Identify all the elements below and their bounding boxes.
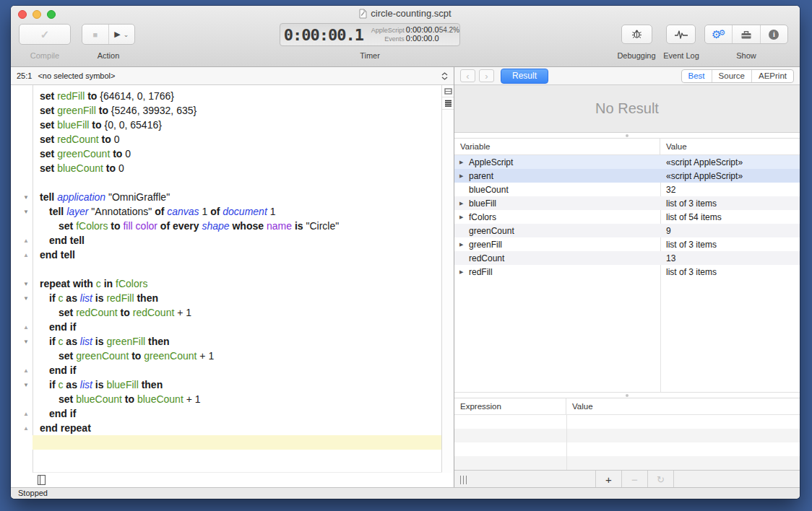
remove-expression-button[interactable]: −	[621, 471, 647, 489]
code-line[interactable]: ▼tell application "OmniGraffle"	[11, 190, 442, 204]
fold-open-icon[interactable]: ▼	[11, 295, 33, 302]
variable-value: list of 54 items	[660, 212, 800, 222]
cursor-location: 25:1	[17, 71, 32, 80]
variable-row[interactable]: ▶greenFilllist of 3 items	[454, 237, 800, 251]
symbol-popup[interactable]: <no selected symbol>	[38, 71, 115, 80]
code-text: if c as list is redFill then	[33, 291, 442, 305]
result-panel: No Result	[454, 85, 800, 133]
code-text: tell application "OmniGraffle"	[33, 190, 442, 204]
show-inspector-button[interactable]: i	[760, 25, 787, 43]
fold-close-icon[interactable]: ▲	[11, 367, 33, 374]
code-line[interactable]: ▼if c as list is greenFill then	[11, 334, 442, 349]
code-line[interactable]: set greenCount to 0	[11, 147, 442, 161]
event-log-button[interactable]	[666, 25, 696, 44]
fold-open-icon[interactable]: ▼	[11, 339, 33, 345]
code-line[interactable]: set redFill to {64614, 0, 1766}	[11, 89, 442, 103]
line-wrap-button[interactable]	[442, 97, 454, 110]
editor-scrollbar[interactable]	[441, 85, 454, 473]
disclosure-icon[interactable]: ▶	[459, 173, 469, 179]
expressions-column-expression[interactable]: Expression	[454, 398, 566, 414]
mode-source[interactable]: Source	[712, 70, 751, 82]
editor-horizontal-scrollbar[interactable]	[33, 472, 442, 487]
code-line[interactable]: ▲end tell	[11, 248, 442, 262]
variable-row[interactable]: ▶AppleScript«script AppleScript»	[454, 155, 800, 169]
variable-row[interactable]: ▶blueFilllist of 3 items	[454, 196, 800, 210]
refresh-expressions-button[interactable]: ↻	[647, 471, 674, 489]
history-back-button[interactable]: ‹	[460, 69, 475, 82]
variables-column-variable[interactable]: Variable	[454, 139, 660, 154]
mode-best[interactable]: Best	[682, 70, 712, 82]
code-text: set redCount to 0	[33, 132, 442, 147]
mode-aeprint[interactable]: AEPrint	[751, 70, 793, 82]
compile-button[interactable]: ✓	[19, 24, 71, 45]
code-line[interactable]: ▲end if	[11, 320, 442, 334]
fold-open-icon[interactable]: ▼	[11, 281, 33, 287]
variables-column-value[interactable]: Value	[660, 139, 800, 154]
expression-row-empty[interactable]	[454, 442, 800, 456]
expressions-column-value[interactable]: Value	[566, 398, 800, 414]
code-line[interactable]: set blueFill to {0, 0, 65416}	[11, 118, 442, 132]
variable-row[interactable]: blueCount32	[454, 183, 800, 196]
fold-open-icon[interactable]: ▼	[11, 209, 33, 215]
split-editor-button[interactable]	[442, 85, 454, 97]
code-line-current[interactable]	[11, 435, 442, 450]
code-line[interactable]: ▲end if	[11, 406, 442, 421]
code-editor[interactable]: set redFill to {64614, 0, 1766}set green…	[11, 85, 454, 487]
code-line[interactable]: set greenCount to greenCount + 1	[11, 349, 442, 363]
add-expression-button[interactable]: +	[595, 471, 621, 489]
expression-row-empty[interactable]	[454, 415, 800, 429]
variable-row[interactable]: greenCount9	[454, 224, 800, 237]
split-handle-icon[interactable]	[38, 475, 46, 485]
code-line[interactable]: ▼tell layer "Annotations" of canvas 1 of…	[11, 204, 442, 219]
fold-open-icon[interactable]: ▼	[11, 382, 33, 388]
history-forward-button[interactable]: ›	[479, 69, 494, 82]
disclosure-icon[interactable]: ▶	[459, 214, 469, 220]
disclosure-icon[interactable]: ▶	[459, 201, 469, 206]
code-line[interactable]: ▲end repeat	[11, 421, 442, 435]
variable-row[interactable]: ▶parent«script AppleScript»	[454, 169, 800, 183]
fold-open-icon[interactable]: ▼	[11, 194, 33, 201]
code-line[interactable]: ▲end tell	[11, 233, 442, 248]
disclosure-icon[interactable]: ▶	[459, 160, 469, 165]
disclosure-icon[interactable]: ▶	[459, 269, 469, 275]
variables-expressions-splitter[interactable]	[454, 392, 800, 398]
symbol-stepper[interactable]	[441, 72, 448, 80]
code-text: set greenCount to greenCount + 1	[33, 349, 442, 363]
expressions-column-divider[interactable]	[566, 415, 567, 470]
expression-row-empty[interactable]	[454, 456, 800, 470]
result-tab[interactable]: Result	[501, 69, 548, 84]
code-line[interactable]: set redCount to redCount + 1	[11, 305, 442, 320]
code-line[interactable]	[11, 175, 442, 190]
result-variables-splitter[interactable]	[454, 133, 800, 139]
fold-close-icon[interactable]: ▲	[11, 252, 33, 258]
debugging-button[interactable]	[621, 25, 652, 44]
back-icon: ‹	[466, 71, 469, 82]
code-line[interactable]: ▼repeat with c in fColors	[11, 276, 442, 291]
variable-row[interactable]: redCount13	[454, 251, 800, 265]
code-line[interactable]: ▼if c as list is redFill then	[11, 291, 442, 305]
code-line[interactable]: ▲end if	[11, 363, 442, 377]
code-line[interactable]: ▼if c as list is blueFill then	[11, 377, 442, 392]
show-toolbox-button[interactable]	[732, 25, 759, 43]
code-line[interactable]: set greenFill to {5246, 39932, 635}	[11, 103, 442, 118]
run-button[interactable]: ▶ ⌄	[108, 25, 135, 44]
code-line[interactable]	[11, 262, 442, 276]
fold-close-icon[interactable]: ▲	[11, 324, 33, 331]
variable-row[interactable]: ▶redFilllist of 3 items	[454, 265, 800, 279]
fold-close-icon[interactable]: ▲	[11, 411, 33, 417]
disclosure-icon[interactable]: ▶	[459, 242, 469, 248]
expressions-table[interactable]	[454, 415, 800, 470]
fold-close-icon[interactable]: ▲	[11, 237, 33, 244]
code-line[interactable]: set blueCount to 0	[11, 161, 442, 175]
expression-row-empty[interactable]	[454, 429, 800, 442]
stop-icon: ■	[92, 30, 98, 39]
code-line[interactable]: set redCount to 0	[11, 132, 442, 147]
stop-button[interactable]: ■	[82, 25, 108, 44]
drag-grip-icon[interactable]	[460, 476, 467, 484]
fold-close-icon[interactable]: ▲	[11, 425, 33, 432]
code-text: end if	[33, 406, 442, 421]
code-line[interactable]: set blueCount to blueCount + 1	[11, 392, 442, 406]
show-debugger-pane-button[interactable]: ⚙⚙	[705, 25, 732, 43]
code-line[interactable]: set fColors to fill color of every shape…	[11, 219, 442, 233]
variable-row[interactable]: ▶fColorslist of 54 items	[454, 210, 800, 224]
